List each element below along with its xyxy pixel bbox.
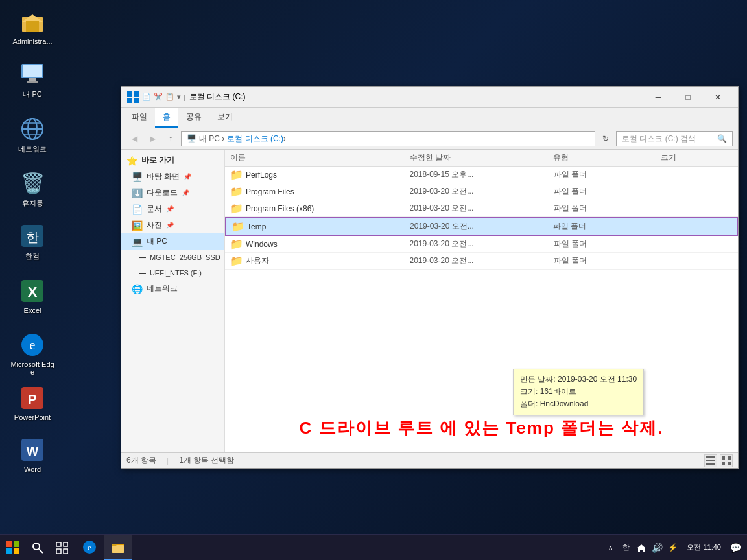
excel-label: Excel: [24, 307, 42, 314]
window-title: 로컬 디스크 (C:): [189, 91, 643, 102]
tooltip: 만든 날짜: 2019-03-20 오전 11:30 크기: 161바이트 폴더…: [513, 369, 644, 415]
svg-text:e: e: [30, 338, 36, 352]
minimize-button[interactable]: ─: [643, 87, 673, 108]
maximize-button[interactable]: □: [673, 87, 703, 108]
task-view-button[interactable]: [49, 535, 75, 561]
network-label: 네트워크: [18, 145, 47, 154]
file-row-program-files-x86[interactable]: 📁 Program Files (x86) 2019-03-20 오전... 파…: [225, 200, 738, 217]
desktop-icon-my-pc[interactable]: 내 PC: [6, 58, 58, 102]
tab-share[interactable]: 공유: [178, 108, 209, 128]
file-row-users[interactable]: 📁 사용자 2019-03-20 오전... 파일 폴더: [225, 253, 738, 270]
up-button[interactable]: ↑: [163, 131, 178, 146]
tooltip-date: 만든 날짜: 2019-03-20 오전 11:30: [520, 373, 637, 386]
details-view-button[interactable]: [704, 454, 717, 467]
sidebar-item-ssd[interactable]: ─ MGTEC_256GB_SSD: [121, 250, 224, 265]
forward-button[interactable]: ▶: [145, 131, 160, 146]
svg-rect-27: [706, 460, 715, 461]
type-program-files-x86: 파일 폴더: [554, 203, 660, 214]
desktop-icon-recycle[interactable]: 🗑️ 휴지통: [6, 167, 58, 211]
folder-icon-program-files-x86: 📁: [230, 202, 243, 215]
taskbar: e ∧ 한 🔊 ⚡ 오전 11:40 💬: [0, 534, 747, 560]
sidebar-item-uefi[interactable]: ─ UEFI_NTFS (F:): [121, 265, 224, 281]
annotation-text: C 드라이브 루트 에 있는 Temp 폴더는 삭제.: [300, 418, 664, 438]
type-perflogs: 파일 폴더: [554, 169, 660, 180]
ribbon-tabs: 파일 홈 공유 보기: [121, 108, 738, 128]
col-size-header[interactable]: 크기: [661, 152, 733, 163]
tray-show-hidden[interactable]: ∧: [604, 541, 617, 554]
desktop-icon-word[interactable]: W Word: [6, 434, 58, 476]
tab-file[interactable]: 파일: [124, 108, 155, 128]
close-button[interactable]: ✕: [703, 87, 733, 108]
sidebar-item-desktop[interactable]: 🖥️ 바탕 화면 📌: [121, 169, 224, 185]
ribbon: 파일 홈 공유 보기: [121, 108, 738, 128]
tray-battery-icon[interactable]: ⚡: [666, 541, 679, 554]
address-path[interactable]: 🖥️ 내 PC › 로컬 디스크 (C:) ›: [181, 131, 595, 146]
taskbar-clock[interactable]: 오전 11:40: [682, 542, 726, 552]
tooltip-size-value: 161바이트: [540, 387, 576, 396]
svg-rect-30: [728, 456, 731, 460]
tray-korean[interactable]: 한: [619, 541, 632, 554]
sidebar-item-my-pc[interactable]: 💻 내 PC: [121, 233, 224, 250]
excel-icon: X: [19, 278, 45, 304]
tray-volume-icon[interactable]: 🔊: [650, 541, 663, 554]
tray-notification[interactable]: 💬: [729, 541, 742, 554]
desktop-icon-administrator[interactable]: Administra...: [6, 6, 58, 48]
sidebar-item-documents[interactable]: 📄 문서 📌: [121, 201, 224, 217]
administrator-label: Administra...: [12, 38, 52, 45]
taskbar-edge[interactable]: e: [75, 535, 104, 561]
my-pc-icon: [19, 61, 45, 87]
file-row-windows[interactable]: 📁 Windows 2019-03-20 오전... 파일 폴더: [225, 236, 738, 253]
sidebar-item-download[interactable]: ⬇️ 다운로드 📌: [121, 185, 224, 201]
desktop-icon-network[interactable]: 네트워크: [6, 113, 58, 157]
tab-view[interactable]: 보기: [209, 108, 241, 128]
refresh-button[interactable]: ↻: [598, 131, 613, 146]
folder-icon-perflogs: 📁: [230, 169, 243, 181]
desktop-icon-edge[interactable]: e Microsoft Edge: [6, 329, 58, 379]
svg-rect-28: [706, 463, 715, 465]
taskbar-search-button[interactable]: [26, 536, 49, 559]
svg-text:P: P: [28, 392, 36, 406]
svg-rect-25: [134, 98, 139, 103]
annotation: C 드라이브 루트 에 있는 Temp 폴더는 삭제.: [225, 417, 738, 439]
date-temp: 2019-03-20 오전...: [410, 221, 551, 232]
col-type-header[interactable]: 유형: [553, 152, 661, 163]
desktop-icon-excel[interactable]: X Excel: [6, 275, 58, 317]
sidebar-item-network[interactable]: 🌐 네트워크: [121, 281, 224, 297]
large-icon-view-button[interactable]: [720, 454, 733, 467]
taskbar-explorer[interactable]: [104, 535, 132, 561]
tooltip-folder-value: HncDownload: [540, 399, 589, 408]
filename-temp: Temp: [247, 222, 266, 231]
start-button[interactable]: [0, 535, 26, 561]
file-list-header: 이름 수정한 날짜 유형 크기: [225, 150, 738, 167]
status-count: 6개 항목: [126, 455, 156, 466]
svg-rect-32: [728, 462, 731, 465]
desktop-icon-powerpoint[interactable]: P PowerPoint: [6, 382, 58, 424]
tray-network-icon[interactable]: [635, 541, 648, 554]
edge-icon: e: [19, 332, 45, 358]
sidebar-quick-access[interactable]: ⭐ 바로 가기: [121, 152, 224, 169]
svg-text:W: W: [27, 444, 39, 458]
col-name-header[interactable]: 이름: [230, 152, 410, 163]
svg-rect-34: [14, 541, 19, 547]
col-date-header[interactable]: 수정한 날짜: [410, 152, 553, 163]
address-bar: ◀ ▶ ↑ 🖥️ 내 PC › 로컬 디스크 (C:) › ↻ 로컬 디스크 (…: [121, 128, 738, 150]
administrator-icon: [19, 9, 45, 35]
recycle-label: 휴지통: [22, 198, 43, 208]
filename-windows: Windows: [246, 240, 278, 249]
desktop-icon-hangul[interactable]: 한 한컴: [6, 220, 58, 264]
back-button[interactable]: ◀: [126, 131, 142, 146]
tooltip-date-value: 2019-03-20 오전 11:30: [558, 375, 637, 384]
file-row-program-files[interactable]: 📁 Program Files 2019-03-20 오전... 파일 폴더: [225, 183, 738, 200]
file-row-perflogs[interactable]: 📁 PerfLogs 2018-09-15 오후... 파일 폴더: [225, 167, 738, 183]
date-perflogs: 2018-09-15 오후...: [410, 169, 551, 180]
sidebar-item-photos[interactable]: 🖼️ 사진 📌: [121, 217, 224, 233]
network-icon: [19, 116, 45, 142]
file-row-temp[interactable]: 📁 Temp 2019-03-20 오전... 파일 폴더: [225, 217, 738, 236]
svg-rect-46: [112, 545, 124, 553]
tab-home[interactable]: 홈: [155, 108, 178, 128]
search-box[interactable]: 로컬 디스크 (C:) 검색 🔍: [616, 131, 733, 146]
filename-users: 사용자: [246, 255, 269, 266]
svg-rect-5: [29, 78, 36, 81]
folder-icon-users: 📁: [230, 255, 243, 267]
address-home-icon: 🖥️: [187, 134, 196, 143]
